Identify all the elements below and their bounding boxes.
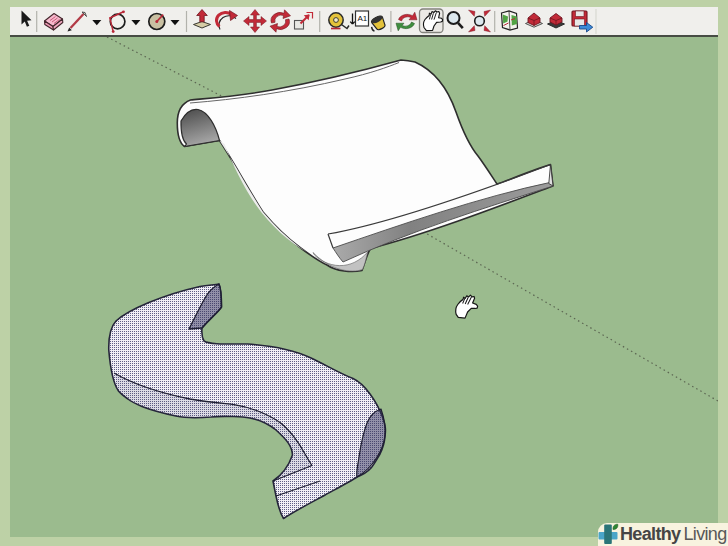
svg-text:A1: A1 xyxy=(358,14,368,23)
